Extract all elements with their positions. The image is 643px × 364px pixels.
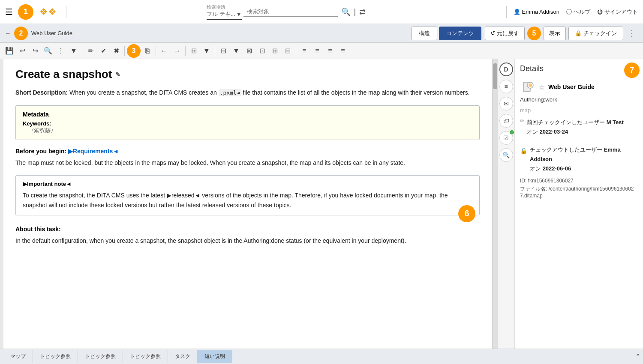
revert-label: 元に戻す xyxy=(497,30,519,37)
tb-indent[interactable]: ≡ xyxy=(324,45,336,57)
scrollbar-thumb[interactable] xyxy=(493,63,497,89)
tb-row[interactable]: ⊟ xyxy=(217,45,229,57)
edit-checkin-icon[interactable]: ✏ xyxy=(520,118,524,124)
metadata-box: Metadata Keywords: （索引語） xyxy=(15,105,480,140)
logo-icon: ❖❖ xyxy=(39,6,57,18)
breadcrumb-title: Web User Guide xyxy=(31,30,72,36)
top-navigation: ☰ 1 ❖❖ 検索場所 フル テキ... ▼ 🔍 | ⇄ 👤 Emma Addi… xyxy=(0,0,643,24)
secondary-navigation: ← 2 Web User Guide 構造 コンテンツ ↺ 元に戻す 5 表示 … xyxy=(0,24,643,43)
requirements-link[interactable]: ▶Requirements◄ xyxy=(68,148,119,155)
revert-button[interactable]: ↺ 元に戻す xyxy=(485,27,525,40)
divider-3 xyxy=(506,6,507,18)
tb-row-drop[interactable]: ▼ xyxy=(230,45,242,57)
tb-search[interactable]: 🔍 xyxy=(42,45,54,57)
sidebar-tags-icon[interactable]: 🏷 xyxy=(499,114,513,128)
tb-divider-2 xyxy=(124,46,125,56)
before-begin-section: Before you begin: ▶Requirements◄ xyxy=(15,148,480,155)
tb-divider-6 xyxy=(296,46,296,56)
checkin-date: 2022-03-24 xyxy=(540,128,568,135)
status-tab-short-desc[interactable]: 短い説明 xyxy=(198,350,232,363)
user-name-label: Emma Addison xyxy=(522,9,559,15)
tb-cell[interactable]: ⊡ xyxy=(256,45,268,57)
badge-5: 5 xyxy=(527,27,541,40)
search-input[interactable] xyxy=(243,6,338,17)
favorite-star-icon[interactable]: ☆ xyxy=(539,83,545,91)
user-profile[interactable]: 👤 Emma Addison xyxy=(514,9,559,15)
doc-icon-wrap xyxy=(520,79,535,95)
tb-copy[interactable]: ⎘ xyxy=(141,45,153,57)
search-submit-icon[interactable]: 🔍 xyxy=(341,7,351,17)
scroll-indicator xyxy=(0,59,3,349)
tb-redo[interactable]: ↪ xyxy=(29,45,41,57)
checkout-info-row: 🔒 チェックアウトしたユーザー Emma Addison オン 2022-06-… xyxy=(520,145,638,173)
tb-forward[interactable]: → xyxy=(171,45,183,57)
checkin-lock-icon: 🔒 xyxy=(575,30,582,36)
revert-icon: ↺ xyxy=(490,30,495,36)
tb-reject[interactable]: ✖ xyxy=(110,45,122,57)
status-tab-task[interactable]: タスク xyxy=(168,350,198,363)
signout-label: サインアウト xyxy=(604,8,638,16)
tb-edit[interactable]: ✏ xyxy=(84,45,96,57)
details-title: Details xyxy=(520,64,638,73)
tb-dropdown-2[interactable]: ▼ xyxy=(201,45,213,57)
authoring-status-row: Authoring:work xyxy=(520,96,638,103)
bottom-status-bar: マップ トピック参照 トピック参照 トピック参照 タスク 短い説明 ^ xyxy=(0,349,643,364)
help-button[interactable]: ⓘ ヘルプ xyxy=(566,8,590,16)
before-begin-body: The map must not be locked, but the obje… xyxy=(15,158,480,167)
tb-more[interactable]: ⋮ xyxy=(55,45,67,57)
action-buttons: ↺ 元に戻す 5 表示 🔒 チェックイン ⋮ xyxy=(485,27,638,40)
more-options-button[interactable]: ⋮ xyxy=(626,28,638,39)
badge-6: 6 xyxy=(458,205,475,222)
tb-col[interactable]: ⊠ xyxy=(243,45,255,57)
sidebar-tasks-icon[interactable]: ☑ xyxy=(499,131,513,145)
title-edit-icon[interactable]: ✎ xyxy=(115,71,120,78)
search-area-label: 検索場所 xyxy=(207,4,225,10)
search-area: 検索場所 フル テキ... ▼ 🔍 | ⇄ xyxy=(73,4,499,20)
checkout-date: 2022-06-06 xyxy=(543,165,571,172)
sidebar-search-icon[interactable]: 🔍 xyxy=(499,148,513,162)
short-desc-text-1: When you create a snapshot, the DITA CMS… xyxy=(69,89,219,96)
checkin-info-row: ✏ 前回チェックインしたユーザー M Test オン 2022-03-24 xyxy=(520,118,638,141)
tb-accept[interactable]: ✔ xyxy=(97,45,109,57)
vertical-scrollbar[interactable] xyxy=(492,59,497,349)
tb-save[interactable]: 💾 xyxy=(3,45,15,57)
search-type-dropdown[interactable]: フル テキ... ▼ xyxy=(207,10,241,20)
tb-list-ordered[interactable]: ≡ xyxy=(298,45,310,57)
short-desc-label: Short Description: xyxy=(15,89,68,96)
sidebar-structure-icon[interactable]: ≡ xyxy=(499,80,513,93)
document-type-icon xyxy=(522,81,534,93)
checkin-username: M Test xyxy=(607,119,624,125)
checkin-label: チェックイン xyxy=(583,30,617,37)
tb-outdent[interactable]: ≡ xyxy=(337,45,349,57)
tab-content[interactable]: コンテンツ xyxy=(439,27,481,40)
sidebar-comment-icon[interactable]: ✉ xyxy=(499,97,513,110)
svg-point-2 xyxy=(529,84,532,87)
back-button[interactable]: ← xyxy=(5,30,11,36)
tb-divider-1 xyxy=(82,46,82,56)
filter-icon[interactable]: ⇄ xyxy=(359,7,366,17)
bottom-chevron-icon[interactable]: ^ xyxy=(636,353,640,361)
status-tab-topic-ref-3[interactable]: トピック参照 xyxy=(123,350,168,363)
tb-divider-5 xyxy=(215,46,215,56)
checkin-button[interactable]: 🔒 チェックイン xyxy=(568,27,623,40)
tb-split[interactable]: ⊟ xyxy=(282,45,294,57)
signout-icon: ⏻ xyxy=(597,9,603,15)
status-tab-topic-ref-2[interactable]: トピック参照 xyxy=(78,350,123,363)
preview-button[interactable]: 表示 xyxy=(544,27,566,40)
tb-insert-table[interactable]: ⊞ xyxy=(188,45,200,57)
hamburger-menu-icon[interactable]: ☰ xyxy=(5,7,13,17)
tb-back[interactable]: ← xyxy=(158,45,170,57)
status-tab-topic-ref-1[interactable]: トピック参照 xyxy=(33,350,78,363)
sidebar-details-icon[interactable]: D xyxy=(499,63,513,76)
signout-button[interactable]: ⏻ サインアウト xyxy=(597,8,638,16)
tb-more-dropdown[interactable]: ▼ xyxy=(68,45,80,57)
view-tab-group: 構造 コンテンツ xyxy=(412,27,481,40)
search-type-drop-icon: ▼ xyxy=(236,11,242,18)
status-tab-map[interactable]: マップ xyxy=(3,350,33,363)
tab-structure[interactable]: 構造 xyxy=(412,27,437,40)
tb-merge[interactable]: ⊞ xyxy=(269,45,281,57)
tb-list-unordered[interactable]: ≡ xyxy=(311,45,323,57)
user-icon: 👤 xyxy=(514,9,520,15)
tb-undo[interactable]: ↩ xyxy=(16,45,28,57)
sidebar-icon-strip: D ≡ ✉ 🏷 ☑ 🔍 xyxy=(498,59,515,349)
